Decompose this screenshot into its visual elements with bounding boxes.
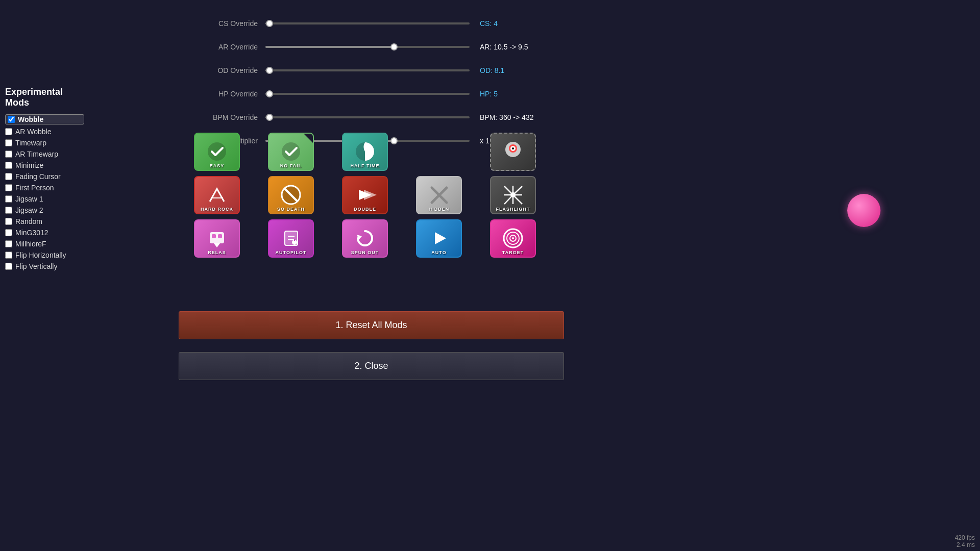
mod-icon-sodeasy[interactable]: SO DEATH [268,176,314,214]
mod-label-relax: RELAX [208,250,226,257]
mod-icon-relax[interactable]: RELAX [194,219,240,258]
svg-point-6 [512,147,514,149]
mod-icon-visual-jigsaw-icon [491,134,535,170]
checkbox-item-ar-wobble[interactable]: AR Wobble [5,128,84,136]
svg-rect-25 [218,234,222,238]
mod-icon-halftime[interactable]: HALF TIME [342,133,388,171]
checkbox-fading-cursor[interactable] [5,173,12,180]
mod-icon-autopilot[interactable]: AUTOPILOT [268,219,314,258]
checkbox-label-timewarp: Timewarp [15,139,46,147]
checkbox-item-flip-v[interactable]: Flip Vertically [5,262,84,270]
checkbox-millhioref[interactable] [5,240,12,247]
checkbox-item-wobble[interactable]: Wobble [5,114,84,124]
svg-marker-32 [435,232,446,244]
checkbox-wobble[interactable] [8,116,15,123]
checkbox-item-fading-cursor[interactable]: Fading Cursor [5,172,84,181]
checkbox-label-random: Random [15,217,42,226]
checkbox-item-flip-h[interactable]: Flip Horizontally [5,251,84,259]
mod-icon-double[interactable]: DOUBLE [342,176,388,214]
slider-value-od: OD: 8.1 [480,66,504,74]
mods-grid: EASYNO FAILHALF TIMEHARD ROCKSO DEATHDOU… [194,133,536,258]
mod-label-spinout: SPUN OUT [351,250,379,257]
mod-label-sodeasy: SO DEATH [277,207,305,213]
mod-label-auto: AUTO [431,250,446,257]
checkbox-jigsaw1[interactable] [5,195,12,203]
close-button[interactable]: 2. Close [179,352,564,380]
checkbox-item-first-person[interactable]: First Person [5,184,84,192]
reset-all-mods-button[interactable]: 1. Reset All Mods [179,311,564,339]
checkbox-item-ar-timewarp[interactable]: AR Timewarp [5,150,84,158]
slider-label-bpm: BPM Override [194,113,265,121]
checkbox-flip-h[interactable] [5,252,12,259]
checkbox-item-jigsaw2[interactable]: Jigsaw 2 [5,206,84,214]
checkbox-label-millhioref: MillhioreF [15,240,46,248]
checkbox-timewarp[interactable] [5,139,12,146]
checkbox-label-wobble: Wobble [18,115,43,123]
checkbox-item-random[interactable]: Random [5,217,84,226]
mod-icon-spinout[interactable]: SPUN OUT [342,219,388,258]
checkbox-item-millhioref[interactable]: MillhioreF [5,240,84,248]
slider-label-ar: AR Override [194,43,265,51]
mod-icon-empty1 [416,133,462,171]
mod-label-target: TARGET [502,250,524,257]
ms-value: 2.4 ms [955,541,975,548]
checkbox-label-minimize: Minimize [15,161,43,169]
mod-icon-flashlight[interactable]: FLASHLIGHT [490,176,536,214]
slider-track-hp [265,93,470,95]
checkbox-first-person[interactable] [5,184,12,191]
sidebar-title: Experimental Mods [5,87,84,108]
mod-icon-target[interactable]: TARGET [490,219,536,258]
checkbox-label-first-person: First Person [15,184,54,192]
slider-value-bpm: BPM: 360 -> 432 [480,113,533,121]
mod-label-nofail: NO FAIL [280,163,302,170]
checkbox-ming3012[interactable] [5,229,12,236]
slider-row-cs: CS OverrideCS: 4 [194,15,551,32]
mod-label-double: DOUBLE [354,207,376,213]
slider-track-bpm [265,116,470,118]
mod-icon-easy[interactable]: EASY [194,133,240,171]
slider-track-ar [265,46,470,48]
pink-ball-decoration [847,194,880,227]
slider-label-od: OD Override [194,66,265,74]
mod-icon-hidden[interactable]: HIDDEN [416,176,462,214]
mod-label-hardrock: HARD ROCK [201,207,233,213]
checkbox-flip-v[interactable] [5,263,12,270]
mod-label-autopilot: AUTOPILOT [276,250,307,257]
fps-counter: 420 fps 2.4 ms [955,534,975,548]
slider-value-hp: HP: 5 [480,90,498,98]
checkbox-item-minimize[interactable]: Minimize [5,161,84,169]
svg-point-36 [512,237,514,239]
slider-value-cs: CS: 4 [480,19,498,28]
checkbox-label-flip-v: Flip Vertically [15,262,57,270]
mod-icon-auto[interactable]: AUTO [416,219,462,258]
checkbox-item-timewarp[interactable]: Timewarp [5,139,84,147]
mod-icon-nofail[interactable]: NO FAIL [268,133,314,171]
checkbox-ar-wobble[interactable] [5,128,12,135]
checkbox-minimize[interactable] [5,162,12,169]
slider-row-bpm: BPM OverrideBPM: 360 -> 432 [194,109,551,126]
checkbox-random[interactable] [5,218,12,225]
slider-track-cs [265,22,470,24]
svg-rect-24 [212,234,216,238]
checkbox-item-ming3012[interactable]: MinG3012 [5,229,84,237]
mod-label-halftime: HALF TIME [351,163,380,170]
checkbox-item-jigsaw1[interactable]: Jigsaw 1 [5,195,84,203]
mod-label-flashlight: FLASHLIGHT [496,207,530,213]
mod-icon-hardrock[interactable]: HARD ROCK [194,176,240,214]
checkbox-label-jigsaw2: Jigsaw 2 [15,206,43,214]
checkbox-ar-timewarp[interactable] [5,151,12,158]
mod-label-easy: EASY [210,163,225,170]
svg-rect-22 [210,232,224,243]
fps-value: 420 fps [955,534,975,541]
checkbox-label-ming3012: MinG3012 [15,229,48,237]
checkbox-label-ar-timewarp: AR Timewarp [15,150,58,158]
slider-row-ar: AR OverrideAR: 10.5 -> 9.5 [194,39,551,55]
checkbox-label-ar-wobble: AR Wobble [15,128,52,136]
mod-icon-jigsaw-icon[interactable] [490,133,536,171]
svg-point-0 [208,142,226,161]
mod-label-hidden: HIDDEN [429,207,450,213]
slider-label-cs: CS Override [194,19,265,28]
svg-point-21 [510,192,516,197]
checkbox-jigsaw2[interactable] [5,207,12,214]
slider-row-hp: HP OverrideHP: 5 [194,86,551,102]
